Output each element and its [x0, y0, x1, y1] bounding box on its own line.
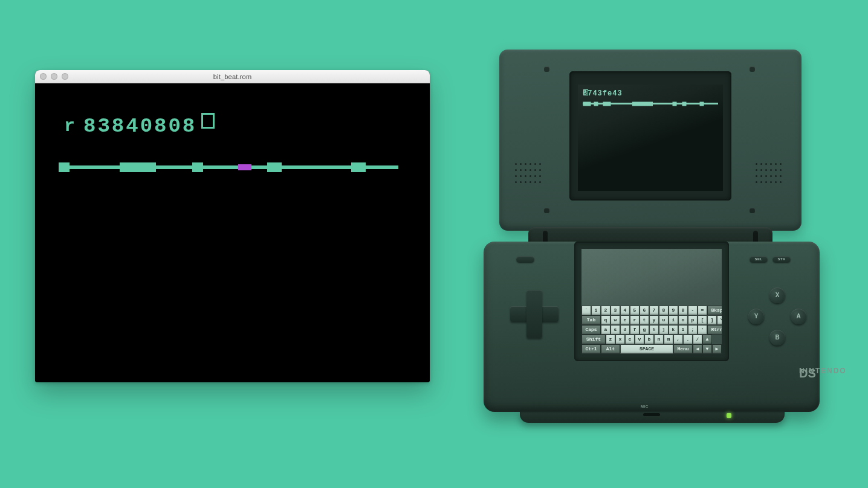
window-title: bit_beat.rom	[35, 73, 430, 80]
speaker-grille-icon	[756, 163, 785, 187]
beat-node	[700, 101, 704, 106]
beat-node[interactable]	[59, 162, 70, 172]
onscreen-keyboard: `1234567890-=BkspTabqwertyuiop[]\Capsasd…	[581, 306, 722, 354]
key-caps[interactable]: Caps	[581, 325, 601, 335]
b-button[interactable]: B	[769, 330, 785, 345]
key-[interactable]: [	[698, 315, 707, 325]
beat-node	[583, 101, 591, 106]
window-titlebar[interactable]: bit_beat.rom	[35, 70, 430, 83]
key-v[interactable]: v	[635, 335, 644, 344]
beat-node[interactable]	[267, 162, 282, 172]
beat-node[interactable]	[120, 162, 156, 172]
key-i[interactable]: i	[669, 315, 678, 325]
beat-node[interactable]	[192, 162, 203, 172]
beat-node	[632, 101, 653, 106]
x-button[interactable]: X	[769, 287, 785, 303]
key-a[interactable]: a	[601, 325, 611, 335]
key-3[interactable]: 3	[611, 306, 620, 315]
volume-slider[interactable]	[516, 256, 534, 263]
brand-big: DS	[799, 367, 816, 379]
cursor-box-icon	[201, 113, 215, 129]
key-rtrn[interactable]: Rtrn	[707, 325, 722, 335]
key-[interactable]: =	[698, 306, 707, 315]
key-q[interactable]: q	[601, 315, 611, 325]
key-z[interactable]: z	[606, 335, 615, 344]
key-s[interactable]: s	[611, 325, 620, 335]
key-ctrl[interactable]: Ctrl	[581, 344, 601, 354]
key-[interactable]: \	[717, 315, 722, 325]
key-y[interactable]: y	[649, 315, 659, 325]
dpad-up-button[interactable]	[526, 290, 542, 306]
close-icon[interactable]	[40, 73, 47, 80]
key-p[interactable]: p	[688, 315, 698, 325]
key-h[interactable]: h	[649, 325, 659, 335]
key-l[interactable]: l	[678, 325, 688, 335]
dpad-right-button[interactable]	[543, 306, 559, 322]
key-7[interactable]: 7	[649, 306, 659, 315]
key-alt[interactable]: Alt	[601, 344, 620, 354]
key-1[interactable]: 1	[591, 306, 601, 315]
beat-node	[603, 101, 611, 106]
ds-touch-screen[interactable]: `1234567890-=BkspTabqwertyuiop[]\Capsasd…	[581, 249, 722, 354]
key-[interactable]: ▶	[712, 344, 722, 354]
dpad-left-button[interactable]	[510, 306, 526, 322]
emulator-window: bit_beat.rom r 83840808	[35, 70, 430, 382]
key-x[interactable]: x	[615, 335, 625, 344]
key-6[interactable]: 6	[640, 306, 649, 315]
key-4[interactable]: 4	[620, 306, 630, 315]
key-j[interactable]: j	[659, 325, 669, 335]
key-[interactable]: ▲	[702, 335, 712, 344]
dpad-down-button[interactable]	[526, 323, 542, 338]
key-u[interactable]: u	[659, 315, 669, 325]
cursor-box-icon	[583, 89, 588, 95]
select-button[interactable]: SEL	[750, 256, 768, 263]
key-n[interactable]: n	[654, 335, 664, 344]
key-t[interactable]: t	[640, 315, 649, 325]
key-5[interactable]: 5	[630, 306, 640, 315]
key-[interactable]: /	[693, 335, 702, 344]
start-button[interactable]: STA	[772, 256, 791, 263]
key-shift[interactable]: Shift	[581, 335, 606, 344]
key-[interactable]: ◀	[693, 344, 702, 354]
key-bksp[interactable]: Bksp	[707, 306, 722, 315]
key-k[interactable]: k	[669, 325, 678, 335]
beat-track[interactable]	[64, 165, 398, 169]
key-[interactable]: ,	[673, 335, 683, 344]
beat-node	[682, 101, 687, 106]
emulator-screen[interactable]: r 83840808	[35, 83, 430, 382]
key-[interactable]: ]	[707, 315, 717, 325]
key-g[interactable]: g	[640, 325, 649, 335]
key-[interactable]: '	[698, 325, 707, 335]
key-[interactable]: -	[688, 306, 698, 315]
key-o[interactable]: o	[678, 315, 688, 325]
key-0[interactable]: 0	[678, 306, 688, 315]
key-tab[interactable]: Tab	[581, 315, 601, 325]
key-[interactable]: ;	[688, 325, 698, 335]
key-2[interactable]: 2	[601, 306, 611, 315]
mic-slot-icon	[643, 413, 660, 416]
y-button[interactable]: Y	[748, 309, 764, 324]
key-9[interactable]: 9	[669, 306, 678, 315]
key-r[interactable]: r	[630, 315, 640, 325]
key-b[interactable]: b	[644, 335, 654, 344]
a-button[interactable]: A	[791, 309, 806, 324]
minimize-icon[interactable]	[51, 73, 57, 80]
zoom-icon[interactable]	[62, 73, 68, 80]
key-c[interactable]: c	[625, 335, 635, 344]
key-[interactable]: ▼	[702, 344, 712, 354]
key-space[interactable]: SPACE	[620, 344, 673, 354]
key-w[interactable]: w	[611, 315, 620, 325]
readout: r 83840808	[64, 115, 215, 138]
dpad	[510, 290, 559, 338]
key-[interactable]: `	[581, 306, 591, 315]
key-f[interactable]: f	[630, 325, 640, 335]
playhead-marker[interactable]	[238, 164, 251, 170]
key-menu[interactable]: Menu	[673, 344, 693, 354]
beat-node[interactable]	[351, 162, 366, 172]
key-[interactable]: .	[683, 335, 693, 344]
key-m[interactable]: m	[664, 335, 673, 344]
key-d[interactable]: d	[620, 325, 630, 335]
key-e[interactable]: e	[620, 315, 630, 325]
key-8[interactable]: 8	[659, 306, 669, 315]
ds-top-screen: r 6743fe43	[578, 85, 723, 191]
